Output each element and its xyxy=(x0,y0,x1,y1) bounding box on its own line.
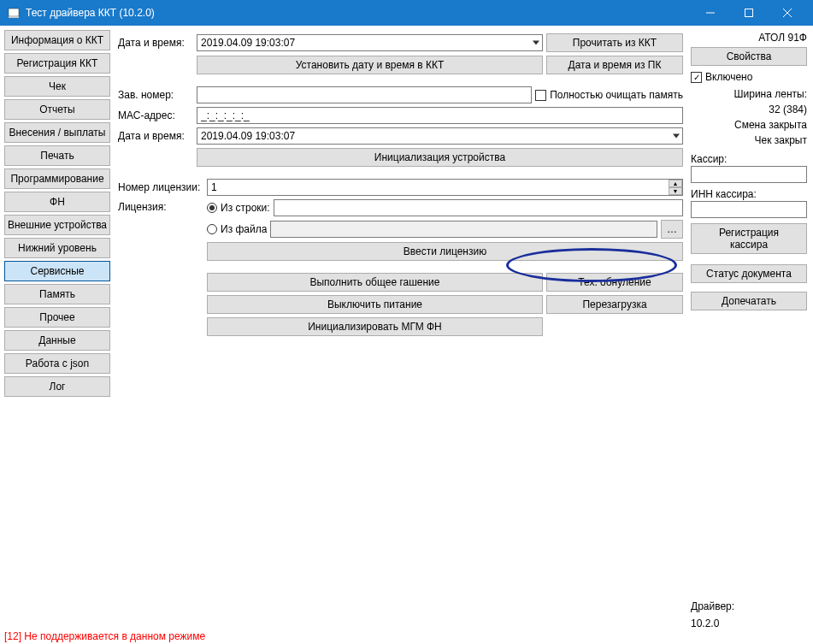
receipt-status: Чек закрыт xyxy=(691,134,807,146)
radio-off-icon xyxy=(207,224,217,234)
register-cashier-button[interactable]: Регистрация кассира xyxy=(691,223,807,254)
tech-reset-button[interactable]: Тех. обнуление xyxy=(546,273,683,292)
close-button[interactable] xyxy=(768,0,806,26)
datetime2-input[interactable] xyxy=(197,127,683,145)
inn-input[interactable] xyxy=(691,201,807,218)
label-serial: Зав. номер: xyxy=(118,89,193,101)
licnum-input[interactable] xyxy=(207,179,683,196)
titlebar: Тест драйвера ККТ (10.2.0) xyxy=(0,0,813,26)
nav-внешние-устройства[interactable]: Внешние устройства xyxy=(4,215,110,235)
reboot-button[interactable]: Перезагрузка xyxy=(546,295,683,314)
label-datetime1: Дата и время: xyxy=(118,37,193,49)
nav-программирование[interactable]: Программирование xyxy=(4,168,110,189)
checkbox-icon xyxy=(535,90,546,101)
nav-нижний-уровень[interactable]: Нижний уровень xyxy=(4,238,110,258)
nav-лог[interactable]: Лог xyxy=(4,376,110,397)
nav-регистрация-ккт[interactable]: Регистрация ККТ xyxy=(4,53,110,74)
enter-license-button[interactable]: Ввести лицензию xyxy=(207,242,683,261)
label-licnum: Номер лицензии: xyxy=(118,181,203,193)
power-off-button[interactable]: Выключить питание xyxy=(207,295,543,314)
serial-input[interactable] xyxy=(197,86,532,103)
general-erase-button[interactable]: Выполнить общее гашение xyxy=(207,273,543,292)
status-bar: [12] Не поддерживается в данном режиме xyxy=(4,630,809,644)
maximize-icon xyxy=(745,9,753,17)
nav-фн[interactable]: ФН xyxy=(4,192,110,212)
label-license: Лицензия: xyxy=(118,199,203,213)
radio-on-icon xyxy=(207,203,217,213)
datetime-pc-button[interactable]: Дата и время из ПК xyxy=(546,56,683,74)
minimize-button[interactable] xyxy=(691,0,729,26)
spin-down-button[interactable]: ▼ xyxy=(669,187,682,195)
driver-label: Драйвер: xyxy=(691,600,807,612)
properties-button[interactable]: Свойства xyxy=(691,47,807,66)
nav-прочее[interactable]: Прочее xyxy=(4,307,110,328)
nav-сервисные[interactable]: Сервисные xyxy=(4,261,110,281)
read-kkt-button[interactable]: Прочитать из ККТ xyxy=(546,33,683,52)
mac-input[interactable] xyxy=(197,107,683,124)
checkbox-checked-icon: ✓ xyxy=(691,72,702,83)
clear-memory-checkbox[interactable]: Полностью очищать память xyxy=(535,89,683,101)
app-icon xyxy=(7,6,21,20)
browse-icon: … xyxy=(667,223,677,235)
cashier-label: Кассир: xyxy=(691,153,807,165)
right-panel: АТОЛ 91Ф Свойства ✓ Включено Ширина лент… xyxy=(689,30,809,629)
label-mac: МАС-адрес: xyxy=(118,109,193,121)
shift-status: Смена закрыта xyxy=(691,119,807,131)
enabled-checkbox[interactable]: ✓ Включено xyxy=(691,71,807,83)
doc-status-button[interactable]: Статус документа xyxy=(691,264,807,283)
set-datetime-button[interactable]: Установить дату и время в ККТ xyxy=(197,56,543,74)
nav-отчеты[interactable]: Отчеты xyxy=(4,99,110,120)
nav-чек[interactable]: Чек xyxy=(4,76,110,97)
spin-up-button[interactable]: ▲ xyxy=(669,180,682,187)
init-device-button[interactable]: Инициализация устройства xyxy=(197,148,683,167)
model-label: АТОЛ 91Ф xyxy=(691,32,807,44)
center-panel: Дата и время: Прочитать из ККТ Установит… xyxy=(113,30,686,629)
license-file-input[interactable] xyxy=(270,221,657,238)
radio-from-file[interactable]: Из файла xyxy=(207,223,267,235)
nav-данные[interactable]: Данные xyxy=(4,330,110,351)
close-icon xyxy=(783,9,792,17)
width-value: 32 (384) xyxy=(691,103,807,115)
maximize-button[interactable] xyxy=(729,0,768,26)
width-label: Ширина ленты: xyxy=(691,88,807,100)
window-title: Тест драйвера ККТ (10.2.0) xyxy=(26,7,155,19)
cashier-input[interactable] xyxy=(691,166,807,183)
radio-from-string[interactable]: Из строки: xyxy=(207,202,270,214)
browse-button[interactable]: … xyxy=(661,220,683,239)
nav-внесения-выплаты[interactable]: Внесения / выплаты xyxy=(4,122,110,143)
left-nav: Информация о ККТРегистрация ККТЧекОтчеты… xyxy=(4,30,110,629)
svg-rect-3 xyxy=(745,9,752,17)
datetime2-combo[interactable] xyxy=(197,127,683,145)
datetime1-combo[interactable] xyxy=(197,34,543,51)
inn-label: ИНН кассира: xyxy=(691,188,807,200)
driver-version: 10.2.0 xyxy=(691,617,807,629)
svg-rect-1 xyxy=(9,16,19,18)
nav-печать[interactable]: Печать xyxy=(4,145,110,166)
svg-rect-0 xyxy=(9,9,19,16)
minimize-icon xyxy=(706,9,715,17)
reprint-button[interactable]: Допечатать xyxy=(691,292,807,310)
licnum-spinner[interactable]: ▲ ▼ xyxy=(207,179,683,196)
nav-память[interactable]: Память xyxy=(4,284,110,304)
label-datetime2: Дата и время: xyxy=(118,130,193,142)
license-string-input[interactable] xyxy=(274,199,683,216)
nav-информация-о-ккт[interactable]: Информация о ККТ xyxy=(4,30,110,50)
init-mgm-button[interactable]: Инициализировать МГМ ФН xyxy=(207,317,543,336)
datetime1-input[interactable] xyxy=(197,34,543,51)
nav-работа-с-json[interactable]: Работа с json xyxy=(4,353,110,374)
